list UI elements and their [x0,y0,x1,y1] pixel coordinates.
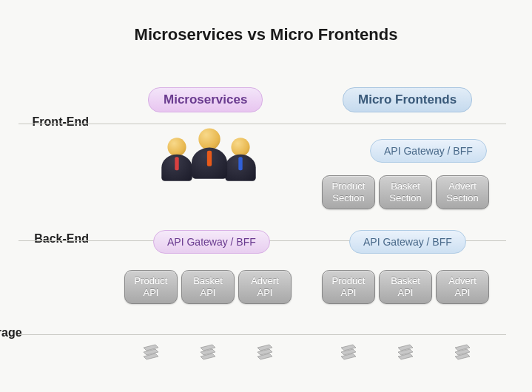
column-header-microservices: Microservices [148,87,263,112]
mfe-front-gateway: API Gateway / BFF [370,139,487,163]
divider-front [18,124,506,124]
users-icon [159,129,263,196]
mfe-api-product: ProductAPI [322,270,375,304]
storage-icon [454,343,471,364]
microservices-api-advert: AdvertAPI [238,270,292,304]
storage-icon [397,343,414,364]
storage-icon [256,343,274,364]
page-title: Microservices vs Micro Frontends [0,0,532,44]
mfe-api-basket: BasketAPI [379,270,432,304]
row-label-back-end: Back-End [0,232,89,246]
mfe-back-gateway: API Gateway / BFF [349,230,466,254]
mfe-section-advert: AdvertSection [436,175,489,209]
storage-icon [340,343,357,364]
microservices-api-product: ProductAPI [124,270,178,304]
column-header-micro-frontends: Micro Frontends [343,87,472,112]
microservices-api-basket: BasketAPI [181,270,235,304]
storage-icon [199,343,217,364]
mfe-api-advert: AdvertAPI [436,270,489,304]
mfe-section-basket: BasketSection [379,175,432,209]
divider-storage [18,334,506,335]
mfe-section-product: ProductSection [322,175,375,209]
microservices-back-gateway: API Gateway / BFF [153,230,270,254]
row-label-front-end: Front-End [0,115,89,129]
storage-icon [142,343,160,364]
